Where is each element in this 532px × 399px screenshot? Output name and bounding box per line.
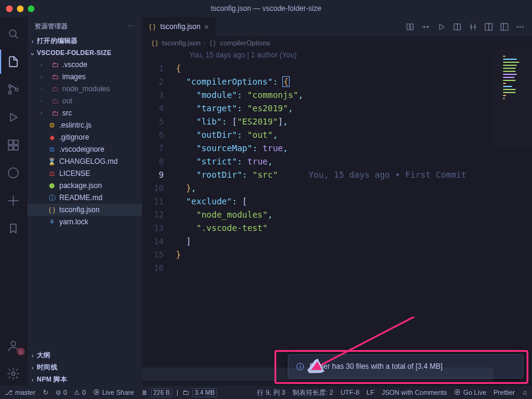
tab-label: tsconfig.json	[160, 22, 201, 31]
tab-tsconfig[interactable]: { } tsconfig.json ×	[142, 17, 215, 36]
folder-icon: 🗀	[51, 109, 59, 117]
status-golive[interactable]: ⦿Go Live	[454, 389, 486, 396]
close-tab-icon[interactable]: ×	[204, 22, 209, 31]
code-body[interactable]: { "compilerOptions": { "module": "common…	[176, 62, 532, 274]
file-tree: ›🗀.vscode›🗀images›🗀node_modules›🗀out›🗀sr…	[27, 58, 142, 229]
minimize-window-icon[interactable]	[17, 5, 24, 12]
bookmark-icon[interactable]	[0, 216, 27, 241]
breadcrumb-file[interactable]: tsconfig.json	[162, 39, 201, 47]
accounts-icon[interactable]	[0, 334, 27, 358]
section-outline[interactable]: ›大纲	[27, 349, 142, 362]
file-item[interactable]: ⧉.vscodeignore	[27, 143, 142, 155]
run-debug-icon[interactable]	[0, 105, 27, 129]
breadcrumb[interactable]: { } tsconfig.json › { } compilerOptions	[142, 36, 532, 50]
chevron-right-icon: ›	[41, 74, 47, 80]
status-problems[interactable]: ⊘0 ⚠0	[56, 389, 86, 397]
search-icon[interactable]	[0, 22, 27, 46]
chevron-right-icon: ›	[41, 62, 47, 68]
svg-point-9	[11, 342, 15, 346]
folder-item[interactable]: ›🗀out	[27, 95, 142, 107]
gitlens-codelens[interactable]: You, 15 days ago | 1 author (You)	[142, 50, 532, 62]
source-control-icon[interactable]	[0, 77, 27, 102]
github-icon[interactable]	[0, 161, 27, 185]
compare-icon[interactable]	[406, 22, 415, 31]
file-item[interactable]: ⚙.eslintrc.js	[27, 119, 142, 131]
status-liveshare[interactable]: ⦿Live Share	[93, 389, 134, 396]
status-prettier[interactable]: Prettier	[493, 389, 514, 396]
remote-icon[interactable]	[0, 189, 27, 213]
section-open-editors[interactable]: ›打开的编辑器	[27, 35, 142, 47]
folder-icon: 🗀	[51, 73, 59, 81]
section-label: VSCODE-FOLDER-SIZE	[37, 49, 111, 56]
tree-item-label: .gitignore	[59, 133, 89, 141]
braces-icon: { }	[209, 39, 217, 47]
settings-gear-icon[interactable]	[0, 362, 27, 386]
svg-point-15	[520, 26, 521, 27]
folder-icon: 🗀	[51, 85, 59, 93]
json-icon: { }	[148, 22, 157, 31]
svg-point-8	[8, 168, 19, 178]
section-timeline[interactable]: ›时间线	[27, 362, 142, 374]
chevron-right-icon: ›	[41, 86, 47, 92]
file-item[interactable]: ⌛CHANGELOG.md	[27, 155, 142, 167]
open-preview-icon[interactable]	[453, 22, 462, 31]
compare-changes-icon[interactable]	[421, 22, 430, 31]
folder-item[interactable]: ›🗀node_modules	[27, 83, 142, 95]
sidebar-title: 资源管理器 ⋯	[27, 17, 142, 35]
folder-item[interactable]: ›🗀src	[27, 107, 142, 119]
tab-actions	[398, 17, 532, 36]
file-item[interactable]: ⬢package.json	[27, 180, 142, 192]
section-label: NPM 脚本	[37, 375, 67, 384]
file-type-icon: ⓘ	[48, 193, 56, 202]
status-cursor[interactable]: 行 9, 列 3	[257, 388, 285, 397]
chevron-right-icon: ›	[204, 40, 206, 46]
status-bar: ⎇master ↻ ⊘0 ⚠0 ⦿Live Share 🗎 226 B | 🗀 …	[0, 386, 532, 399]
section-label: 打开的编辑器	[37, 37, 78, 45]
status-notifications-icon[interactable]: ♫	[522, 389, 527, 396]
folder-icon: 🗀	[183, 389, 189, 396]
tree-item-label: out	[62, 97, 73, 105]
toggle-panel-icon[interactable]	[500, 22, 509, 31]
extensions-icon[interactable]	[0, 133, 27, 157]
status-foldersize[interactable]: 🗎 226 B | 🗀 3.4 MB	[141, 388, 218, 397]
close-window-icon[interactable]	[6, 5, 13, 12]
svg-point-16	[522, 26, 524, 27]
file-item[interactable]: ⓘREADME.md	[27, 192, 142, 204]
file-item[interactable]: ⚘yarn.lock	[27, 216, 142, 228]
tree-item-label: node_modules	[62, 85, 110, 93]
svg-rect-13	[501, 23, 508, 30]
status-sync[interactable]: ↻	[43, 389, 48, 397]
file-item[interactable]: ⚖LICENSE	[27, 167, 142, 180]
folder-icon: 🗀	[51, 97, 59, 105]
section-npm[interactable]: ›NPM 脚本	[27, 374, 142, 386]
file-item[interactable]: { }tsconfig.json	[27, 204, 142, 216]
file-type-icon: ⌛	[48, 157, 56, 166]
folder-item[interactable]: ›🗀.vscode	[27, 59, 142, 71]
status-branch[interactable]: ⎇master	[5, 389, 36, 397]
section-project[interactable]: ⌄VSCODE-FOLDER-SIZE	[27, 47, 142, 58]
status-language[interactable]: JSON with Comments	[381, 389, 447, 396]
sidebar-more-icon[interactable]: ⋯	[128, 22, 135, 30]
status-eol[interactable]: LF	[366, 389, 374, 396]
zoom-window-icon[interactable]	[28, 5, 34, 12]
breadcrumb-symbol[interactable]: compilerOptions	[220, 39, 270, 47]
file-type-icon: ⚖	[48, 169, 56, 178]
run-icon[interactable]	[437, 22, 446, 31]
chevron-right-icon: ›	[41, 110, 47, 116]
svg-point-10	[11, 372, 15, 375]
status-tabsize[interactable]: 制表符长度: 2	[293, 388, 333, 397]
broadcast-icon: ⦿	[93, 389, 100, 396]
diff-icon[interactable]	[469, 22, 478, 31]
more-actions-icon[interactable]	[516, 22, 525, 31]
tree-item-label: images	[62, 73, 86, 81]
editor-area: { } tsconfig.json × { } tsconfig.json › …	[142, 17, 532, 386]
titlebar: tsconfig.json — vscode-folder-size	[0, 0, 532, 17]
folder-item[interactable]: ›🗀images	[27, 71, 142, 83]
file-item[interactable]: ◆.gitignore	[27, 131, 142, 143]
file-icon: 🗎	[141, 389, 148, 396]
status-encoding[interactable]: UTF-8	[340, 389, 359, 396]
svg-point-0	[10, 30, 16, 37]
split-editor-icon[interactable]	[484, 22, 493, 31]
code-editor[interactable]: 12345678910111213141516 { "compilerOptio…	[142, 62, 532, 274]
explorer-icon[interactable]	[0, 50, 27, 74]
